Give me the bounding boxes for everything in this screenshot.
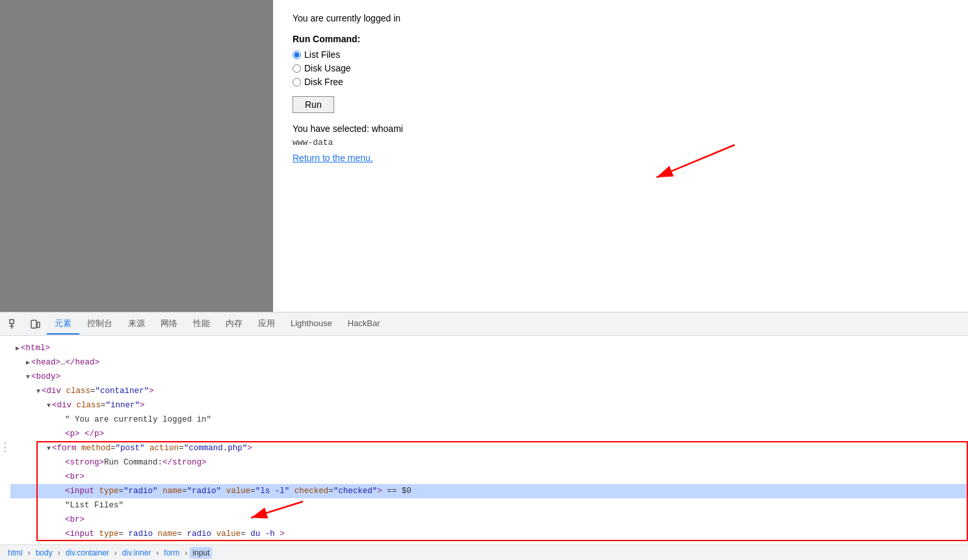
tab-hackbar[interactable]: HackBar [340, 314, 388, 333]
run-command-label: Run Command: [293, 34, 948, 44]
inspect-element-icon[interactable] [5, 315, 23, 333]
return-link[interactable]: Return to the menu. [293, 153, 373, 163]
red-box-section: <form method="post" action="command.php"… [10, 441, 968, 541]
breadcrumb-input[interactable]: input [190, 547, 212, 559]
dom-line-form[interactable]: <form method="post" action="command.php"… [10, 441, 968, 455]
breadcrumb-body[interactable]: body [33, 547, 55, 559]
run-button[interactable]: Run [293, 96, 334, 113]
dom-line-strong[interactable]: <strong>Run Command:</strong> [10, 455, 968, 470]
tab-memory[interactable]: 内存 [218, 314, 250, 335]
triangle-body[interactable] [26, 374, 30, 381]
dom-line-body[interactable]: <body> [10, 370, 968, 384]
devtools-body: ⋮ <html> <head>…</head> <body> <div clas… [0, 336, 968, 544]
devtools-statusbar: html › body › div.container › div.inner … [0, 544, 968, 560]
dom-line-text-list-files[interactable]: "List Files" [10, 498, 968, 513]
radio-group: List Files Disk Usage Disk Free [293, 49, 948, 87]
dom-line-text-logged-in[interactable]: " You are currently logged in" [10, 413, 968, 427]
logged-in-text: You are currently logged in [293, 13, 948, 23]
dom-line-br1[interactable]: <br> [10, 470, 968, 484]
dom-line-div-inner[interactable]: <div class="inner"> [10, 398, 968, 413]
dom-line-input-radio-du[interactable]: <input type= radio name= radio value= du… [10, 527, 968, 541]
breadcrumb-div-inner[interactable]: div.inner [120, 547, 153, 559]
dom-line-br2[interactable]: <br> [10, 513, 968, 527]
tab-lighthouse[interactable]: Lighthouse [283, 314, 340, 333]
triangle-inner[interactable] [47, 402, 51, 409]
svg-rect-5 [31, 320, 36, 328]
radio-disk-usage-label: Disk Usage [304, 63, 351, 73]
selected-text: You have selected: whoami [293, 123, 948, 134]
radio-list-files-label: List Files [304, 49, 340, 60]
devtools-tabs: 元素 控制台 来源 网络 性能 内存 应用 Lighthouse HackBar [0, 312, 968, 336]
dom-line-p[interactable]: <p> </p> [10, 427, 968, 441]
radio-disk-free-input[interactable] [293, 78, 301, 86]
page-content-area: You are currently logged in Run Command:… [273, 0, 968, 312]
annotation-arrow-1 [637, 142, 748, 194]
tab-sources[interactable]: 来源 [120, 314, 153, 335]
svg-rect-2 [10, 320, 14, 324]
svg-rect-6 [37, 322, 40, 327]
dom-line-html[interactable]: <html> [10, 341, 968, 355]
radio-disk-usage-input[interactable] [293, 64, 301, 73]
breadcrumb-html[interactable]: html [5, 547, 25, 559]
dom-line-div-container[interactable]: <div class="container"> [10, 384, 968, 398]
expand-dots-icon[interactable]: ⋮ [0, 336, 10, 454]
radio-list-files-input[interactable] [293, 51, 301, 59]
radio-disk-usage[interactable]: Disk Usage [293, 63, 948, 73]
radio-disk-free-label: Disk Free [304, 77, 343, 87]
radio-disk-free[interactable]: Disk Free [293, 77, 948, 87]
tab-network[interactable]: 网络 [153, 314, 185, 335]
triangle-html[interactable] [16, 345, 20, 352]
tab-application[interactable]: 应用 [250, 314, 283, 335]
dom-line-input-radio-ls[interactable]: <input type="radio" name="radio" value="… [10, 484, 968, 498]
tab-performance[interactable]: 性能 [185, 314, 218, 335]
tab-elements[interactable]: 元素 [47, 314, 79, 335]
device-toggle-icon[interactable] [26, 315, 44, 333]
dom-line-head[interactable]: <head>…</head> [10, 355, 968, 370]
triangle-head[interactable] [26, 359, 30, 366]
triangle-container[interactable] [36, 388, 40, 395]
triangle-form[interactable] [47, 445, 51, 452]
devtools-panel: 元素 控制台 来源 网络 性能 内存 应用 Lighthouse HackBar… [0, 312, 968, 560]
svg-line-1 [657, 145, 735, 177]
breadcrumb-div-container[interactable]: div.container [63, 547, 112, 559]
breadcrumb-form[interactable]: form [161, 547, 182, 559]
tab-console[interactable]: 控制台 [79, 314, 120, 335]
dom-tree: <html> <head>…</head> <body> <div class=… [10, 336, 968, 544]
radio-list-files[interactable]: List Files [293, 49, 948, 60]
command-output: www-data [293, 138, 948, 147]
